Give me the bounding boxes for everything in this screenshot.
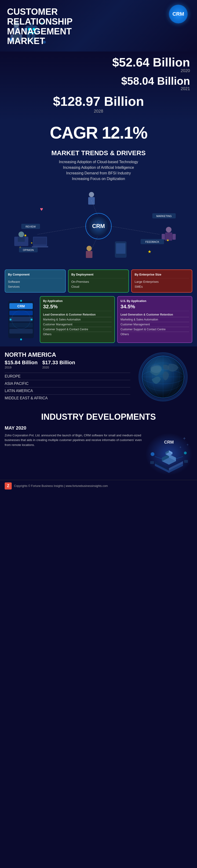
svg-point-29 [89,192,94,197]
regional-values: $15.84 Billion 2019 $17.33 Billion 2020 [5,360,130,369]
regional-2020-amount: $17.33 Billion [42,360,75,366]
region-europe: EUROPE [5,373,130,380]
svg-text:MARKETING: MARKETING [156,215,171,217]
segment-enterprise: By Enterprise Size Large Enterprises SME… [131,270,192,292]
value-2021-year: 2021 [7,86,190,91]
regional-2020-year: 2020 [42,366,75,369]
application-item-4: Others [43,332,111,337]
footer: Z Copyrights © Fortune Business Insights… [0,480,197,492]
application-item-1: Marketing & Sales Automation [43,317,111,322]
regional-left: NORTH AMERICA $15.84 Billion 2019 $17.33… [5,351,130,403]
svg-rect-55 [116,243,125,254]
application-title: By Application [43,300,111,303]
globe-area [134,351,192,403]
region-latin: LATIN AMERICA [5,387,130,395]
trends-section: MARKET TRENDS & DRIVERS Increasing Adopt… [0,147,197,186]
application-item-3: Customer Support & Contact Centre [43,327,111,332]
value-2020-year: 2020 [7,68,190,73]
svg-text:★: ★ [147,249,152,254]
industry-section: INDUSTRY DEVELOPMENTS MAY 2020 Zoho Corp… [0,407,197,480]
svg-text:OPINION: OPINION [23,249,34,251]
svg-point-69 [31,319,33,320]
region-asia: ASIA PACIFIC [5,380,130,387]
segment-component: By Component Software Services [5,270,66,292]
enterprise-title: By Enterprise Size [134,273,189,276]
svg-rect-28 [172,234,176,240]
svg-rect-66 [9,335,33,338]
enterprise-large: Large Enterprises [134,279,189,284]
value-2028-amount: $128.97 Billion [7,94,190,109]
svg-rect-102 [184,460,188,463]
value-2020-amount: $52.64 Billion [7,56,190,68]
cagr-value: CAGR 12.1% [7,123,190,142]
svg-point-25 [166,227,171,232]
svg-text:+: + [187,443,189,447]
dev-image: CRM + + + [145,433,192,475]
industry-title: INDUSTRY DEVELOPMENTS [5,412,192,422]
value-2028-year: 2028 [7,109,190,114]
us-application-title: U.S. By Application [121,300,189,303]
deployment-onprem: On-Premises [71,279,126,284]
svg-rect-21 [18,237,25,242]
us-application-item-4: Others [121,332,189,337]
segment-us-application: U.S. By Application 34.5% Lead Generatio… [117,296,192,343]
us-application-item-3: Customer Support & Contact Centre [121,327,189,332]
svg-text:+: + [183,436,186,441]
svg-rect-62 [9,311,33,315]
svg-line-35 [110,226,159,234]
segment-deployment: By Deployment On-Premises Cloud [68,270,129,292]
component-software: Software [8,279,63,284]
diagram-section: ★ ★ ★ [0,186,197,266]
svg-point-20 [19,231,24,237]
application-item-2: Customer Management [43,322,111,327]
us-application-item-1: Marketing & Sales Automation [121,317,189,322]
component-title: By Component [8,273,63,276]
svg-point-0 [170,6,187,22]
svg-point-71 [20,339,22,340]
regional-title: NORTH AMERICA [5,351,130,359]
regional-2019-amount: $15.84 Billion [5,360,38,366]
trend-item-3: Increasing Demand from BFSI Industry [7,170,190,176]
dev-text: Zoho Corporation Pvt. Ltd. announced the… [5,433,142,475]
svg-rect-32 [86,251,92,258]
cagr-section: CAGR 12.1% [0,121,197,147]
svg-text:+: + [179,445,181,449]
trends-list: Increasing Adoption of Cloud-based Techn… [7,159,190,182]
svg-rect-57 [34,237,46,244]
globe-svg [137,351,189,403]
crm-badge-area: CRM [164,5,192,33]
trends-title: MARKET TRENDS & DRIVERS [7,149,190,157]
dev-date: MAY 2020 [5,425,192,431]
svg-line-34 [38,226,87,234]
svg-text:CRM: CRM [17,304,25,308]
svg-rect-27 [162,234,165,240]
svg-point-68 [9,319,11,320]
svg-text:★: ★ [166,238,169,242]
application-top-label: Lead Generation & Customer Retention [43,312,111,317]
svg-text:REVIEW: REVIEW [26,225,36,228]
svg-text:CRM: CRM [164,440,174,444]
footer-logo: Z [5,483,12,490]
page-title: CUSTOMER RELATIONSHIP MANAGEMENT MARKET [7,7,96,46]
regional-2019: $15.84 Billion 2019 [5,360,38,369]
crm-diagram: ★ ★ ★ [2,189,195,264]
value-2020: $52.64 Billion 2020 [7,56,190,73]
svg-rect-101 [150,461,154,464]
us-application-item-2: Customer Management [121,322,189,327]
value-2028: $128.97 Billion 2028 [7,94,190,114]
svg-rect-64 [9,323,33,328]
application-percent: 32.5% [43,304,111,310]
header-section: CUSTOMER RELATIONSHIP MANAGEMENT MARKET … [0,0,197,52]
trend-item-1: Increasing Adoption of Cloud-based Techn… [7,159,190,165]
svg-point-70 [20,300,22,302]
svg-rect-65 [9,329,33,334]
deployment-cloud: Cloud [71,284,126,289]
segment-application: By Application 32.5% Lead Generation & C… [40,296,115,343]
svg-rect-58 [32,246,48,247]
svg-text:★: ★ [24,234,27,237]
deployment-title: By Deployment [71,273,126,276]
region-mea: MIDDLE EAST & AFRICA [5,395,130,402]
segments-top-row: By Component Software Services By Deploy… [5,270,192,292]
svg-text:★: ★ [31,242,33,244]
crm-3d-image: CRM [5,296,37,343]
